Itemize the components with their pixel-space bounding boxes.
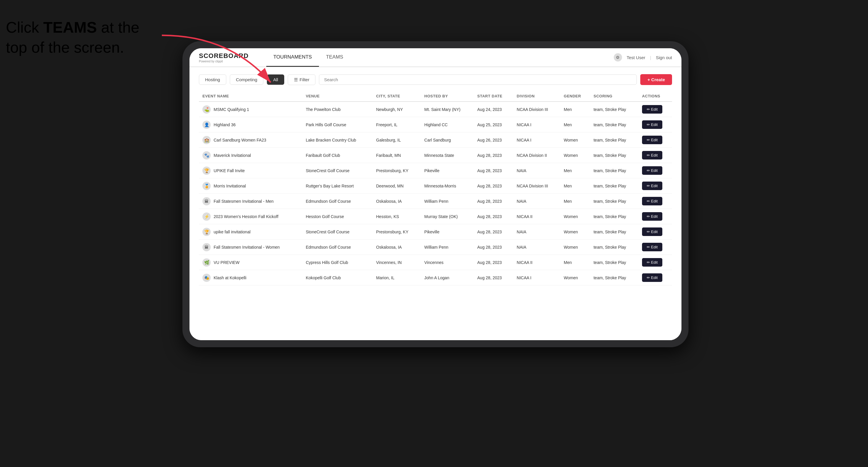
cell-city-0: Newburgh, NY	[372, 101, 421, 117]
cell-division-11: NICAA I	[513, 270, 560, 285]
cell-date-0: Aug 24, 2023	[474, 101, 513, 117]
cell-event-name-7: ⚡ 2023 Women's Hesston Fall Kickoff	[199, 209, 302, 224]
cell-event-name-4: 🏆 UPIKE Fall Invite	[199, 163, 302, 178]
cell-scoring-2: team, Stroke Play	[590, 132, 639, 148]
cell-event-name-8: 🏆 upike fall invitational	[199, 224, 302, 240]
settings-icon[interactable]: ⚙	[614, 53, 622, 62]
cell-date-5: Aug 28, 2023	[474, 178, 513, 194]
cell-scoring-6: team, Stroke Play	[590, 194, 639, 209]
cell-hosted-11: John A Logan	[421, 270, 474, 285]
cell-division-8: NAIA	[513, 224, 560, 240]
nav-links: TOURNAMENTS TEAMS	[266, 48, 614, 67]
event-icon-11: 🎭	[203, 274, 211, 282]
cell-hosted-10: Vincennes	[421, 255, 474, 270]
cell-actions-11: ✏ Edit	[639, 270, 672, 285]
filter-label: Filter	[300, 77, 309, 82]
cell-date-2: Aug 26, 2023	[474, 132, 513, 148]
cell-date-3: Aug 28, 2023	[474, 148, 513, 163]
edit-button-1[interactable]: ✏ Edit	[642, 120, 662, 129]
cell-hosted-2: Carl Sandburg	[421, 132, 474, 148]
col-city-state: CITY, STATE	[372, 91, 421, 101]
cell-scoring-5: team, Stroke Play	[590, 178, 639, 194]
cell-division-0: NCAA Division III	[513, 101, 560, 117]
cell-gender-8: Women	[560, 224, 590, 240]
cell-venue-7: Hesston Golf Course	[302, 209, 372, 224]
edit-button-5[interactable]: ✏ Edit	[642, 182, 662, 190]
nav-teams[interactable]: TEAMS	[319, 48, 350, 67]
cell-gender-10: Men	[560, 255, 590, 270]
cell-gender-1: Men	[560, 117, 590, 132]
cell-division-10: NICAA II	[513, 255, 560, 270]
signout-link[interactable]: Sign out	[656, 55, 672, 60]
cell-scoring-9: team, Stroke Play	[590, 240, 639, 255]
table-row: 👤 Highland 36 Park Hills Golf Course Fre…	[199, 117, 672, 132]
cell-gender-9: Women	[560, 240, 590, 255]
event-icon-2: 🏫	[203, 136, 211, 144]
edit-button-6[interactable]: ✏ Edit	[642, 197, 662, 206]
edit-button-3[interactable]: ✏ Edit	[642, 151, 662, 159]
cell-actions-1: ✏ Edit	[639, 117, 672, 132]
event-name-text-9: Fall Statesmen Invitational - Women	[214, 245, 280, 250]
user-name: Test User	[627, 55, 645, 60]
cell-gender-0: Men	[560, 101, 590, 117]
instruction-bold: TEAMS	[43, 19, 97, 36]
cell-gender-6: Men	[560, 194, 590, 209]
table-row: 🎭 Klash at Kokopelli Kokopelli Golf Club…	[199, 270, 672, 285]
cell-actions-3: ✏ Edit	[639, 148, 672, 163]
edit-button-9[interactable]: ✏ Edit	[642, 243, 662, 251]
cell-city-2: Galesburg, IL	[372, 132, 421, 148]
filter-icon: ☰	[294, 77, 298, 83]
cell-city-3: Faribault, MN	[372, 148, 421, 163]
table-row: 🏫 Carl Sandburg Women FA23 Lake Bracken …	[199, 132, 672, 148]
cell-scoring-8: team, Stroke Play	[590, 224, 639, 240]
table-row: ⚡ 2023 Women's Hesston Fall Kickoff Hess…	[199, 209, 672, 224]
cell-hosted-3: Minnesota State	[421, 148, 474, 163]
edit-button-4[interactable]: ✏ Edit	[642, 166, 662, 175]
table-row: ⛳ MSMC Qualifying 1 The Powelton Club Ne…	[199, 101, 672, 117]
edit-button-0[interactable]: ✏ Edit	[642, 105, 662, 114]
col-gender: GENDER	[560, 91, 590, 101]
cell-actions-4: ✏ Edit	[639, 163, 672, 178]
edit-button-8[interactable]: ✏ Edit	[642, 227, 662, 236]
cell-scoring-11: team, Stroke Play	[590, 270, 639, 285]
edit-button-10[interactable]: ✏ Edit	[642, 258, 662, 267]
col-scoring: SCORING	[590, 91, 639, 101]
table-row: 🏅 Morris Invitational Ruttger's Bay Lake…	[199, 178, 672, 194]
cell-event-name-9: 🏛 Fall Statesmen Invitational - Women	[199, 240, 302, 255]
cell-actions-6: ✏ Edit	[639, 194, 672, 209]
table-row: 🌿 VU PREVIEW Cypress Hills Golf Club Vin…	[199, 255, 672, 270]
cell-actions-5: ✏ Edit	[639, 178, 672, 194]
cell-division-2: NICAA I	[513, 132, 560, 148]
cell-date-11: Aug 28, 2023	[474, 270, 513, 285]
cell-date-8: Aug 28, 2023	[474, 224, 513, 240]
cell-venue-5: Ruttger's Bay Lake Resort	[302, 178, 372, 194]
cell-date-6: Aug 28, 2023	[474, 194, 513, 209]
cell-actions-9: ✏ Edit	[639, 240, 672, 255]
col-hosted-by: HOSTED BY	[421, 91, 474, 101]
cell-gender-2: Women	[560, 132, 590, 148]
table-body: ⛳ MSMC Qualifying 1 The Powelton Club Ne…	[199, 101, 672, 285]
edit-button-11[interactable]: ✏ Edit	[642, 273, 662, 282]
event-icon-9: 🏛	[203, 243, 211, 251]
event-name-text-6: Fall Statesmen Invitational - Men	[214, 199, 274, 204]
create-button[interactable]: + Create	[640, 74, 672, 85]
main-content: Hosting Competing All ☰ Filter + Create …	[189, 67, 681, 340]
event-name-text-0: MSMC Qualifying 1	[214, 107, 249, 112]
cell-city-5: Deerwood, MN	[372, 178, 421, 194]
cell-date-9: Aug 28, 2023	[474, 240, 513, 255]
cell-event-name-0: ⛳ MSMC Qualifying 1	[199, 101, 302, 117]
cell-venue-6: Edmundson Golf Course	[302, 194, 372, 209]
search-input[interactable]	[319, 74, 637, 85]
cell-event-name-11: 🎭 Klash at Kokopelli	[199, 270, 302, 285]
edit-button-2[interactable]: ✏ Edit	[642, 136, 662, 144]
instruction-line1: Click TEAMS at thetop of the screen.	[6, 19, 140, 56]
table-row: 🐾 Maverick Invitational Faribault Golf C…	[199, 148, 672, 163]
edit-button-7[interactable]: ✏ Edit	[642, 212, 662, 221]
cell-venue-2: Lake Bracken Country Club	[302, 132, 372, 148]
cell-scoring-4: team, Stroke Play	[590, 163, 639, 178]
cell-venue-11: Kokopelli Golf Club	[302, 270, 372, 285]
table-row: 🏛 Fall Statesmen Invitational - Men Edmu…	[199, 194, 672, 209]
cell-event-name-6: 🏛 Fall Statesmen Invitational - Men	[199, 194, 302, 209]
cell-hosted-1: Highland CC	[421, 117, 474, 132]
cell-hosted-8: Pikeville	[421, 224, 474, 240]
